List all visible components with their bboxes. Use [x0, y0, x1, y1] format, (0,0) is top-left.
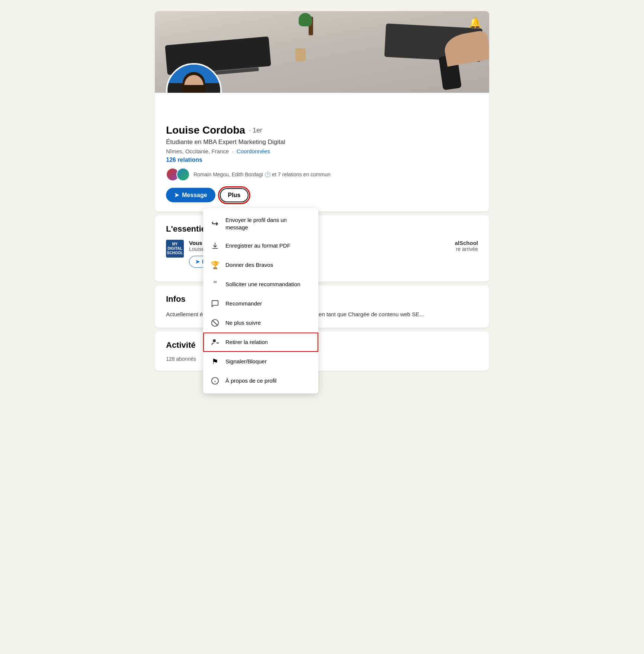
mutual-connections: Romain Megou, Edith Bordagi 🕐 et 7 relat…	[166, 168, 478, 181]
remove-relation-label: Retirer la relation	[225, 339, 268, 346]
bravos-label: Donner des Bravos	[225, 261, 273, 269]
recommend-icon	[211, 299, 219, 308]
dropdown-item-recommend[interactable]: Recommander	[203, 294, 318, 313]
svg-point-2	[213, 339, 216, 342]
remove-relation-icon	[211, 338, 219, 347]
unfollow-icon	[211, 318, 219, 327]
dropdown-item-request-rec[interactable]: " Solliciter une recommandation	[203, 275, 318, 294]
report-label: Signaler/Bloquer	[225, 358, 267, 365]
profile-card: 🔔 Louise Cordoba · 1er Étudiante en MBA …	[155, 11, 489, 212]
recommend-label: Recommander	[225, 300, 262, 307]
dropdown-item-about[interactable]: À propos de ce profil	[203, 371, 318, 390]
message-button[interactable]: ➤ Message	[166, 188, 215, 202]
mutual-avatar-edith	[176, 168, 190, 181]
unfollow-label: Ne plus suivre	[225, 319, 261, 327]
school-sub-right: re arrivée	[455, 246, 478, 252]
bravos-icon: 🏆	[211, 261, 219, 269]
dropdown-item-unfollow[interactable]: Ne plus suivre	[203, 313, 318, 333]
school-logo: MYDIGITALSCHOOL	[166, 240, 184, 258]
cover-photo: 🔔	[155, 11, 489, 93]
essentiel-message-icon: ➤	[195, 259, 200, 265]
profile-name-row: Louise Cordoba · 1er	[166, 124, 478, 136]
profile-info: Louise Cordoba · 1er Étudiante en MBA Ex…	[155, 93, 489, 212]
mutual-text: Romain Megou, Edith Bordagi 🕐 et 7 relat…	[193, 171, 331, 177]
profile-name: Louise Cordoba	[166, 124, 245, 136]
profile-title: Étudiante en MBA Expert Marketing Digita…	[166, 138, 478, 146]
send-profile-icon: ↩	[211, 219, 219, 228]
request-rec-icon: "	[211, 280, 219, 289]
dropdown-item-bravos[interactable]: 🏆 Donner des Bravos	[203, 255, 318, 275]
plus-button[interactable]: Plus	[220, 188, 249, 202]
profile-location: Nîmes, Occitanie, France · Coordonnées	[166, 148, 478, 154]
coordonnees-link[interactable]: Coordonnées	[237, 148, 270, 154]
dropdown-item-send-profile[interactable]: ↩ Envoyer le profil dans unmessage	[203, 211, 318, 236]
relations-link[interactable]: 126 relations	[166, 157, 478, 163]
degree-badge: · 1er	[249, 127, 262, 134]
school-name-right: alSchool	[455, 240, 478, 246]
bell-icon[interactable]: 🔔	[469, 17, 482, 29]
dropdown-menu: ↩ Envoyer le profil dans unmessage Enreg…	[203, 208, 318, 393]
profile-avatar	[166, 63, 222, 93]
avatar-person	[167, 65, 220, 93]
dropdown-item-report[interactable]: ⚑ Signaler/Bloquer	[203, 352, 318, 371]
dropdown-item-remove-relation[interactable]: Retirer la relation	[203, 333, 318, 352]
save-pdf-label: Enregistrer au format PDF	[225, 242, 290, 249]
message-icon: ➤	[174, 192, 179, 199]
send-profile-label: Envoyer le profil dans unmessage	[225, 216, 287, 231]
report-icon: ⚑	[211, 357, 219, 366]
svg-line-1	[213, 321, 218, 326]
school-info-right: alSchool re arrivée	[455, 240, 478, 252]
about-label: À propos de ce profil	[225, 377, 277, 385]
request-rec-label: Solliciter une recommandation	[225, 281, 300, 288]
save-pdf-icon	[211, 241, 219, 250]
avatar-hair-long	[182, 85, 206, 93]
action-buttons: ➤ Message Plus ↩ Envoyer le profil dans …	[166, 188, 478, 202]
mutual-avatars	[166, 168, 190, 181]
dropdown-item-save-pdf[interactable]: Enregistrer au format PDF	[203, 236, 318, 255]
about-icon	[211, 376, 219, 385]
